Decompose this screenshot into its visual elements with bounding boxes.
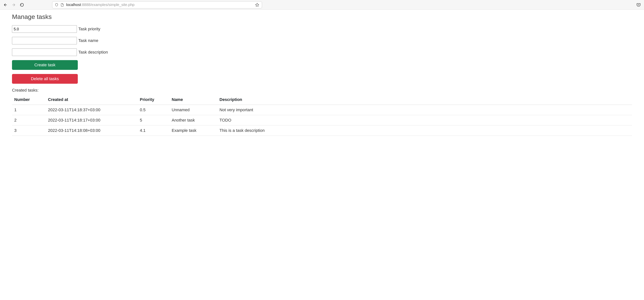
col-header-number: Number [12, 95, 46, 105]
nav-buttons [3, 2, 24, 7]
url-path: :8888/examples/simple_site.php [81, 2, 134, 7]
cell-description: Not very important [217, 105, 632, 115]
col-header-description: Description [217, 95, 632, 105]
page-content: Manage tasks Task priority Task name Tas… [0, 13, 644, 136]
forward-icon [11, 2, 16, 7]
task-name-input[interactable] [12, 37, 77, 44]
cell-priority: 4.1 [138, 125, 170, 136]
cell-created-at: 2022-03-11T14:18:08+03:00 [46, 125, 138, 136]
cell-name: Unnamed [170, 105, 217, 115]
shield-icon[interactable] [55, 3, 58, 6]
url-text[interactable]: localhost:8888/examples/simple_site.php [66, 2, 253, 7]
col-header-created-at: Created at [46, 95, 138, 105]
col-header-priority: Priority [138, 95, 170, 105]
task-priority-input[interactable] [12, 25, 77, 33]
delete-all-tasks-button[interactable]: Delete all tasks [12, 74, 78, 84]
task-description-input[interactable] [12, 48, 77, 56]
task-description-label: Task description [78, 50, 108, 55]
task-name-label: Task name [78, 38, 98, 43]
cell-description: TODO [217, 115, 632, 125]
page-title: Manage tasks [12, 13, 632, 20]
bookmark-star-icon[interactable] [255, 3, 259, 7]
create-task-button[interactable]: Create task [12, 60, 78, 70]
cell-number: 1 [12, 105, 46, 115]
cell-created-at: 2022-03-11T14:18:37+03:00 [46, 105, 138, 115]
page-icon [60, 3, 64, 6]
browser-chrome: localhost:8888/examples/simple_site.php [0, 0, 644, 10]
table-row: 3 2022-03-11T14:18:08+03:00 4.1 Example … [12, 125, 632, 136]
col-header-name: Name [170, 95, 217, 105]
table-row: 1 2022-03-11T14:18:37+03:00 0.5 Unnamed … [12, 105, 632, 115]
chrome-right [636, 2, 641, 7]
cell-created-at: 2022-03-11T14:18:17+03:00 [46, 115, 138, 125]
cell-priority: 0.5 [138, 105, 170, 115]
description-row: Task description [12, 48, 632, 56]
cell-priority: 5 [138, 115, 170, 125]
reload-icon[interactable] [20, 2, 24, 7]
created-tasks-heading: Created tasks: [12, 88, 632, 93]
svg-marker-2 [256, 3, 259, 6]
table-header-row: Number Created at Priority Name Descript… [12, 95, 632, 105]
cell-name: Example task [170, 125, 217, 136]
url-host: localhost [66, 2, 81, 7]
cell-number: 2 [12, 115, 46, 125]
pocket-icon[interactable] [636, 2, 641, 7]
task-priority-label: Task priority [78, 26, 100, 31]
priority-row: Task priority [12, 25, 632, 33]
back-icon[interactable] [3, 2, 8, 7]
name-row: Task name [12, 37, 632, 44]
tasks-table: Number Created at Priority Name Descript… [12, 95, 632, 136]
cell-name: Another task [170, 115, 217, 125]
table-row: 2 2022-03-11T14:18:17+03:00 5 Another ta… [12, 115, 632, 125]
cell-number: 3 [12, 125, 46, 136]
cell-description: This is a task description [217, 125, 632, 136]
address-bar[interactable]: localhost:8888/examples/simple_site.php [52, 1, 262, 8]
